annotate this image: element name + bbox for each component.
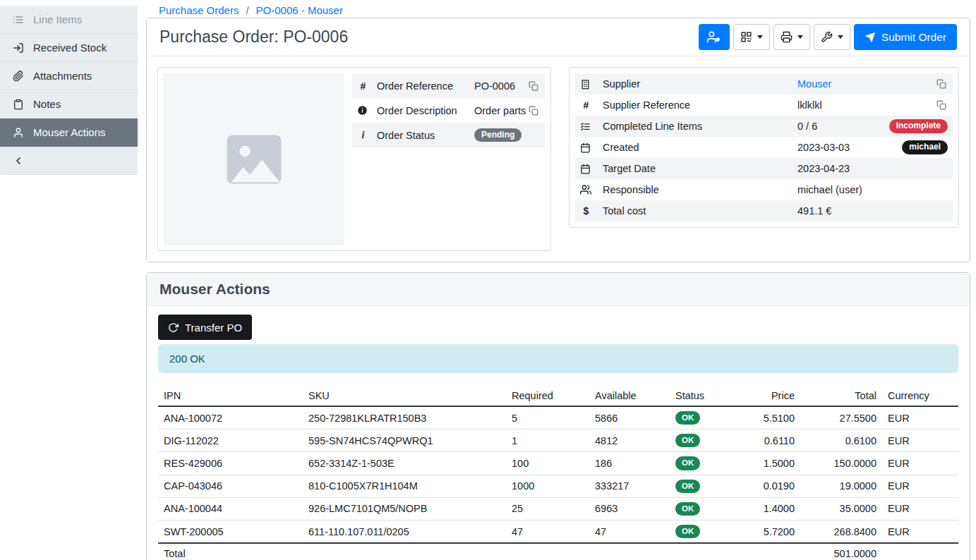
- order-status-badge: Pending: [474, 128, 522, 142]
- status-badge: OK: [675, 525, 700, 538]
- mouser-actions-panel: Mouser Actions Transfer PO 200 OK: [146, 272, 970, 560]
- refresh-icon: [168, 322, 179, 333]
- parts-table-header: IPN SKU Required Available Status Price …: [158, 386, 958, 406]
- copy-icon[interactable]: [527, 104, 540, 117]
- purchase-order-panel: Purchase Order: PO-0006: [146, 18, 970, 262]
- column-header-total: Total: [800, 386, 882, 406]
- sidebar-item-label: Notes: [33, 98, 61, 110]
- print-menu-button[interactable]: [773, 24, 810, 50]
- transfer-po-label: Transfer PO: [185, 322, 242, 334]
- calendar-icon: [580, 164, 603, 174]
- mouser-actions-header: Mouser Actions: [147, 273, 970, 306]
- table-row: CAP-043046 810-C1005X7R1H104M 1000 33321…: [158, 475, 958, 497]
- barcode-menu-button[interactable]: [733, 24, 770, 50]
- table-row: ANA-100072 250-72981KLRATR150B3 5 5866 O…: [158, 406, 958, 430]
- column-header-price: Price: [733, 386, 800, 406]
- hash-icon: #: [580, 99, 603, 111]
- status-badge: OK: [675, 480, 700, 493]
- image-placeholder-icon: [222, 127, 287, 192]
- paper-plane-icon: [864, 32, 876, 43]
- submit-order-button[interactable]: Submit Order: [854, 24, 957, 50]
- page-content: Purchase Order: PO-0006: [138, 18, 976, 560]
- copy-icon[interactable]: [935, 78, 948, 90]
- mouser-actions-body: Transfer PO 200 OK IPN SKU Required Avai…: [147, 306, 970, 560]
- copy-icon[interactable]: [935, 99, 948, 111]
- table-row: SWT-200005 611-110.107.011/0205 47 47 OK…: [158, 521, 958, 544]
- person-shield-icon: [707, 30, 721, 44]
- supplier-link[interactable]: Mouser: [797, 78, 831, 90]
- detail-row-order-description: Order Description Order parts: [352, 98, 545, 123]
- main-content: Purchase Orders / PO-0006 - Mouser Purch…: [138, 0, 976, 560]
- info-letter-icon: i: [357, 130, 377, 141]
- sidebar-collapse-button[interactable]: [0, 147, 138, 175]
- parts-table: IPN SKU Required Available Status Price …: [158, 386, 958, 560]
- transfer-po-button[interactable]: Transfer PO: [158, 315, 252, 340]
- detail-row-order-reference: # Order Reference PO-0006: [352, 73, 545, 98]
- list-icon: [12, 14, 24, 25]
- column-header-required: Required: [506, 386, 589, 406]
- submit-order-label: Submit Order: [881, 31, 946, 44]
- breadcrumb-link-current-order[interactable]: PO-0006 - Mouser: [256, 4, 343, 16]
- column-header-sku: SKU: [303, 386, 506, 406]
- breadcrumb-link-purchase-orders[interactable]: Purchase Orders: [159, 4, 239, 16]
- detail-row-supplier: Supplier Mouser: [575, 73, 953, 95]
- printer-icon: [781, 31, 793, 43]
- sidebar-item-label: Line Items: [33, 13, 82, 25]
- part-thumbnail[interactable]: [164, 73, 344, 245]
- user-roles-button[interactable]: [699, 24, 730, 50]
- total-row: Total 501.0000: [158, 543, 958, 560]
- column-header-status: Status: [670, 386, 733, 406]
- incomplete-badge: Incomplete: [889, 119, 948, 133]
- purchase-order-details: # Order Reference PO-0006 Order Descri: [147, 56, 970, 262]
- detail-row-supplier-reference: # Supplier Reference lklklkl: [575, 95, 953, 116]
- column-header-currency: Currency: [882, 386, 958, 406]
- table-row: DIG-112022 595-SN74HCS74QPWRQ1 1 4812 OK…: [158, 430, 958, 452]
- detail-row-completed-line-items: Completed Line Items 0 / 6 Incomplete: [575, 116, 953, 137]
- sidebar-item-notes[interactable]: Notes: [0, 90, 138, 118]
- info-circle-icon: [357, 105, 377, 116]
- detail-row-order-status: i Order Status Pending: [352, 123, 545, 147]
- breadcrumb-separator: /: [246, 4, 248, 16]
- table-row: RES-429006 652-3314Z-1-503E 100 186 OK 1…: [158, 452, 958, 475]
- wrench-icon: [821, 31, 833, 43]
- dollar-icon: $: [580, 205, 603, 217]
- sidebar-item-line-items[interactable]: Line Items: [0, 6, 138, 34]
- page-title: Purchase Order: PO-0006: [159, 28, 348, 47]
- sidebar-item-label: Mouser Actions: [33, 126, 106, 138]
- order-details-card: # Order Reference PO-0006 Order Descri: [157, 67, 551, 251]
- sidebar-item-mouser-actions[interactable]: Mouser Actions: [0, 118, 138, 147]
- sidebar-item-label: Received Stock: [33, 42, 107, 54]
- caret-down-icon: [757, 35, 763, 39]
- breadcrumb: Purchase Orders / PO-0006 - Mouser: [138, 0, 976, 18]
- chevron-left-icon: [12, 155, 24, 166]
- sidebar-item-attachments[interactable]: Attachments: [0, 62, 138, 90]
- status-badge: OK: [675, 434, 700, 447]
- sidebar-item-label: Attachments: [33, 70, 92, 82]
- sidebar-item-received-stock[interactable]: Received Stock: [0, 34, 138, 62]
- column-header-available: Available: [589, 386, 670, 406]
- sign-in-icon: [12, 42, 24, 54]
- purchase-order-header: Purchase Order: PO-0006: [147, 18, 970, 56]
- caret-down-icon: [838, 35, 843, 39]
- status-alert: 200 OK: [158, 344, 958, 373]
- clipboard-icon: [12, 99, 24, 110]
- column-header-ipn: IPN: [158, 386, 303, 406]
- supplier-details-card: Supplier Mouser # Supplier Reference lkl…: [569, 67, 959, 228]
- qr-code-icon: [740, 31, 752, 43]
- header-actions: Submit Order: [699, 24, 957, 50]
- detail-row-target-date: Target Date 2023-04-23: [575, 158, 953, 179]
- hash-icon: #: [357, 80, 377, 92]
- building-icon: [580, 79, 603, 90]
- created-by-badge: michael: [902, 140, 948, 154]
- paperclip-icon: [12, 71, 24, 82]
- copy-icon[interactable]: [527, 80, 540, 92]
- parts-table-footer: Total 501.0000: [158, 543, 958, 560]
- caret-down-icon: [797, 35, 803, 39]
- panel-title: Mouser Actions: [159, 281, 957, 298]
- tools-menu-button[interactable]: [814, 24, 850, 50]
- sidebar-nav: Line Items Received Stock Attachments No…: [0, 6, 138, 175]
- user-icon: [12, 127, 24, 138]
- status-badge: OK: [675, 411, 700, 425]
- table-row: ANA-100044 926-LMC7101QM5/NOPB 25 6963 O…: [158, 497, 958, 520]
- total-label: Total: [158, 543, 303, 560]
